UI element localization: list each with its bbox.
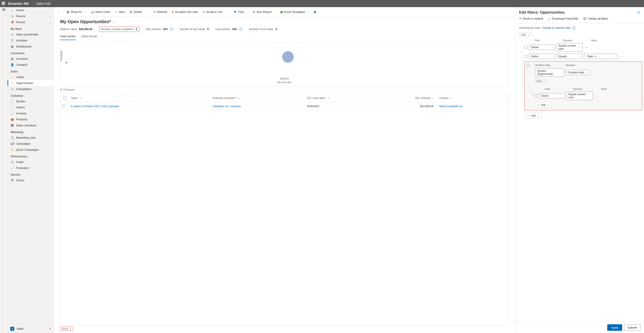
close-icon[interactable]: ✕ [637,11,640,14]
row-more-button[interactable]: ⋯ [594,94,599,98]
nav-products[interactable]: 📦Products [8,116,54,122]
show-chart-button[interactable]: 📊Show Chart [89,9,112,15]
panel-title: Edit filters: Opportunities [519,10,565,15]
delete-button[interactable]: 🗑Delete [128,9,144,15]
col-close-date[interactable]: Est. close date ↑⌄ [305,94,376,102]
related-operator-select[interactable]: Contains data⌄ [566,70,590,75]
col-customer[interactable]: Potential Customer *⌄ [211,94,305,102]
app-launcher-icon[interactable] [2,2,5,5]
nav-cases[interactable]: 🛠Cases [8,177,54,183]
root-group-operator[interactable]: AND⌄ [519,33,532,37]
flow-button[interactable]: ⮞Flow⌄ [232,9,250,15]
sub-group-operator[interactable]: AND⌄ [534,79,547,83]
operator-select[interactable]: Equals⌄ [556,54,583,59]
group-checkbox[interactable] [526,64,530,67]
reset-default-button[interactable]: ⟲Reset to default [519,17,543,20]
info-icon[interactable]: i [239,28,242,31]
row-checkbox[interactable] [524,46,528,49]
value-select[interactable]: Open✕⌄ [584,54,618,59]
row-checkbox[interactable] [534,94,538,97]
cell-topic[interactable]: 6 orders of Product SKU JJ202 (sample) [69,103,211,110]
excel-templates-button[interactable]: ▦Excel Templates⌄ [278,9,311,15]
nav-dashboards[interactable]: ▦Dashboards [8,44,54,50]
info-icon[interactable]: i [170,28,173,31]
nav-activities[interactable]: ☑Activities [8,38,54,44]
info-icon[interactable]: i [572,26,576,30]
root-add-button[interactable]: ＋Add⌄ [524,113,542,119]
nav-sales-literature[interactable]: 📚Sales Literature [8,122,54,128]
nav-forecasts[interactable]: 📈Forecasts [8,165,54,171]
grid-row[interactable]: 6 orders of Product SKU JJ202 (sample) F… [60,102,508,111]
view-header: My Open Opportunities*⌄ [54,17,515,24]
nav-leads[interactable]: ☄Leads [8,74,54,80]
y-tick: 90 [65,62,68,64]
nav-accounts[interactable]: 🏢Accounts [8,56,54,62]
y-axis-label: Probability [60,51,62,61]
nav-marketing-lists[interactable]: 📋Marketing Lists [8,135,54,141]
row-more-button[interactable]: ⋯ [584,46,589,49]
view-title-selector[interactable]: My Open Opportunities*⌄ [60,19,508,24]
btn-label: Visualize this view [175,10,198,14]
col-contact[interactable]: Contact⌄ [438,94,508,102]
select-all-cell[interactable] [60,94,69,102]
nav-quick-campaigns[interactable]: ⚡Quick Campaigns [8,147,54,153]
nav-orders[interactable]: 📄Orders [8,104,54,110]
nav-home[interactable]: ⌂Home [8,7,54,13]
delete-split-button[interactable]: ⌄ [144,10,151,15]
nav-pinned[interactable]: 📌Pinned⌄ [8,19,54,25]
filter-header-row: Field Operator Value [519,39,642,42]
run-report-button[interactable]: 🗎Run Report⌄ [251,9,277,15]
related-row: Quotes (Opportunity)⌄ Contains data⌄ [526,68,640,77]
nav-recent[interactable]: ◷Recent⌄ [8,13,54,19]
new-button[interactable]: ＋New [113,9,127,15]
cell-contact[interactable]: Maria Campbell (sa [438,103,508,110]
cell-customer[interactable]: Fabrikam, Inc. (sample) [211,103,305,110]
area-switcher[interactable]: S Sales ⇅ [8,324,54,333]
operator-select[interactable]: Equals current user⌄ [556,43,583,52]
operator-select[interactable]: Equals current user⌄ [566,92,593,100]
tab-sales-funnel[interactable]: Sales funnel [81,33,97,40]
nav-quotes[interactable]: 🧾Quotes [8,98,54,104]
nav-label: Products [16,118,28,121]
hamburger-icon[interactable] [2,9,5,11]
visualize-button[interactable]: ▮Visualize this view [170,9,200,15]
cancel-button[interactable]: Cancel [624,324,640,331]
nav-invoices[interactable]: 🧾Invoices [8,110,54,116]
data-bubble[interactable] [282,51,294,63]
field-select[interactable]: Owner⌄ [539,93,565,99]
row-more-button[interactable]: ⋯ [619,55,624,58]
row-checkbox[interactable] [524,55,528,58]
sub-add-button[interactable]: ＋Add⌄ [534,102,552,108]
refresh-button[interactable]: ⟳Refresh [152,9,169,15]
nav-goals[interactable]: ◎Goals [8,159,54,165]
col-topic[interactable]: Topic *⌄ [69,94,211,102]
field-select[interactable]: Owner⌄ [529,45,555,50]
report-icon: 🗎 [252,10,256,14]
col-revenue[interactable]: Est. revenue⌄ [376,94,438,102]
nav-contacts[interactable]: 👤Contacts [8,62,54,68]
metric-label: Lost amount [215,28,230,31]
op-label: AND [521,34,526,36]
nav-competitors[interactable]: ⚔Competitors [8,86,54,92]
show-as-button[interactable]: ▦Show As⌄ [65,9,88,15]
download-fetchxml-button[interactable]: ⭳Download FetchXML [548,17,579,20]
metrics-row: Pipeline value$20,000.00 Number of deals… [54,24,515,33]
nav-sales-accelerator[interactable]: ✦Sales accelerator [8,32,54,38]
row-select[interactable] [60,102,69,110]
email-split-button[interactable]: ⌄ [225,10,231,15]
email-link-button[interactable]: ✉Email a Link [201,9,224,15]
tab-deal-tracker[interactable]: Deal tracker [60,33,76,40]
back-button[interactable]: ← [56,9,62,15]
delete-all-filters-button[interactable]: ⌦Delete all filters [583,17,608,20]
related-entity-select[interactable]: Quotes (Opportunity)⌄ [535,68,564,77]
nav-campaigns[interactable]: 📢Campaigns [8,141,54,147]
trash-icon: 🗑 [130,10,132,14]
excel-export-button[interactable]: ▦ [312,9,318,15]
hdr-operator: Operator [563,39,590,42]
chevron-down-icon: ⌄ [562,95,563,97]
apply-button[interactable]: Apply [607,324,622,331]
field-select[interactable]: Status⌄ [529,54,555,59]
nav-opportunities[interactable]: ⚬Opportunities [8,80,54,86]
remove-tag-icon[interactable]: ✕ [595,55,597,58]
change-retained-link[interactable]: Change to retained data [542,26,570,30]
